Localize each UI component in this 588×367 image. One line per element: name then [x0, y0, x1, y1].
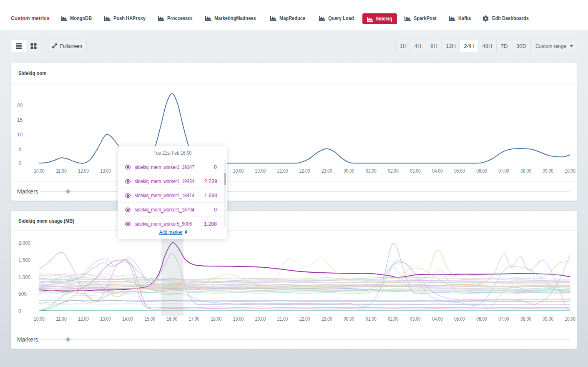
svg-text:08:00: 08:00 — [520, 316, 531, 322]
svg-text:10:00: 10:00 — [34, 168, 45, 174]
svg-text:5: 5 — [18, 146, 21, 152]
svg-text:12:00: 12:00 — [78, 168, 89, 174]
svg-text:10:00: 10:00 — [565, 316, 575, 322]
svg-text:07:00: 07:00 — [498, 168, 509, 174]
svg-text:23:00: 23:00 — [322, 316, 332, 322]
svg-text:16:00: 16:00 — [167, 316, 178, 322]
svg-text:01:00: 01:00 — [366, 168, 377, 174]
svg-text:03:00: 03:00 — [410, 168, 421, 174]
svg-text:13:00: 13:00 — [100, 316, 111, 322]
svg-text:1.500: 1.500 — [18, 257, 30, 263]
svg-text:22:00: 22:00 — [299, 316, 310, 322]
svg-text:500: 500 — [18, 291, 27, 297]
svg-text:14:00: 14:00 — [122, 316, 133, 322]
svg-text:0: 0 — [18, 308, 21, 314]
svg-text:17:00: 17:00 — [189, 316, 200, 322]
svg-text:01:00: 01:00 — [366, 316, 377, 322]
svg-text:10:00: 10:00 — [34, 316, 45, 322]
svg-text:19:00: 19:00 — [233, 168, 244, 174]
svg-text:06:00: 06:00 — [476, 168, 487, 174]
svg-text:09:00: 09:00 — [543, 316, 553, 322]
svg-text:06:00: 06:00 — [476, 316, 487, 322]
svg-text:05:00: 05:00 — [454, 316, 465, 322]
svg-text:04:00: 04:00 — [432, 168, 443, 174]
svg-text:19:00: 19:00 — [233, 316, 244, 322]
svg-text:20:00: 20:00 — [255, 316, 266, 322]
svg-text:21:00: 21:00 — [277, 168, 288, 174]
svg-text:18:00: 18:00 — [211, 316, 222, 322]
svg-text:15: 15 — [17, 117, 23, 123]
svg-text:08:00: 08:00 — [520, 168, 531, 174]
svg-text:20: 20 — [17, 103, 23, 108]
svg-text:11:00: 11:00 — [56, 316, 67, 322]
svg-text:09:00: 09:00 — [543, 168, 553, 174]
svg-text:12:00: 12:00 — [78, 316, 89, 322]
svg-text:10: 10 — [17, 132, 23, 138]
svg-text:15:00: 15:00 — [144, 316, 155, 322]
svg-text:23:00: 23:00 — [322, 168, 332, 174]
svg-text:00:00: 00:00 — [344, 168, 354, 174]
svg-text:04:00: 04:00 — [432, 316, 443, 322]
svg-text:22:00: 22:00 — [299, 168, 310, 174]
svg-text:02:00: 02:00 — [388, 316, 399, 322]
svg-text:13:00: 13:00 — [100, 168, 111, 174]
svg-text:20:00: 20:00 — [255, 168, 266, 174]
svg-text:03:00: 03:00 — [410, 316, 421, 322]
svg-text:00:00: 00:00 — [344, 316, 354, 322]
svg-text:11:00: 11:00 — [56, 168, 67, 174]
svg-text:05:00: 05:00 — [454, 168, 465, 174]
svg-text:10:00: 10:00 — [565, 168, 575, 174]
svg-text:21:00: 21:00 — [277, 316, 288, 322]
svg-text:0: 0 — [18, 161, 21, 166]
svg-text:02:00: 02:00 — [388, 168, 399, 174]
svg-text:1.000: 1.000 — [18, 274, 30, 280]
svg-text:2.000: 2.000 — [18, 240, 30, 246]
svg-text:07:00: 07:00 — [498, 316, 509, 322]
